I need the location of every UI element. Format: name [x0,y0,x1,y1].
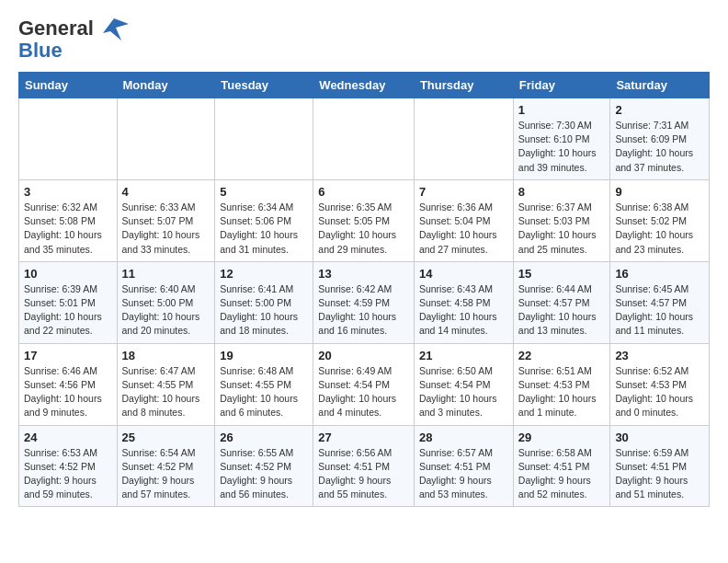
day-info: Sunrise: 6:47 AM Sunset: 4:55 PM Dayligh… [122,364,210,420]
calendar-cell: 30Sunrise: 6:59 AM Sunset: 4:51 PM Dayli… [610,425,710,507]
day-number: 12 [220,267,308,281]
calendar-cell: 16Sunrise: 6:45 AM Sunset: 4:57 PM Dayli… [610,261,710,343]
day-number: 15 [518,267,606,281]
day-number: 10 [24,267,112,281]
day-info: Sunrise: 6:54 AM Sunset: 4:52 PM Dayligh… [122,446,210,502]
calendar-cell: 18Sunrise: 6:47 AM Sunset: 4:55 PM Dayli… [117,343,215,425]
day-info: Sunrise: 6:42 AM Sunset: 4:59 PM Dayligh… [318,282,409,339]
day-number: 7 [419,185,508,199]
calendar-cell: 27Sunrise: 6:56 AM Sunset: 4:51 PM Dayli… [313,425,415,507]
calendar-cell: 25Sunrise: 6:54 AM Sunset: 4:52 PM Dayli… [117,425,215,507]
day-number: 26 [220,431,308,444]
day-number: 27 [318,431,409,444]
day-number: 6 [318,185,409,199]
calendar-cell: 21Sunrise: 6:50 AM Sunset: 4:54 PM Dayli… [414,343,513,425]
calendar-week-3: 17Sunrise: 6:46 AM Sunset: 4:56 PM Dayli… [19,343,710,425]
day-info: Sunrise: 7:31 AM Sunset: 6:09 PM Dayligh… [615,119,704,175]
weekday-header-sunday: Sunday [19,73,118,98]
day-number: 19 [220,349,308,362]
calendar-cell: 3Sunrise: 6:32 AM Sunset: 5:08 PM Daylig… [19,179,118,261]
day-number: 20 [318,349,409,362]
weekday-header-thursday: Thursday [414,73,513,98]
day-info: Sunrise: 6:37 AM Sunset: 5:03 PM Dayligh… [518,201,606,257]
calendar-week-0: 1Sunrise: 7:30 AM Sunset: 6:10 PM Daylig… [19,98,710,180]
calendar-cell: 22Sunrise: 6:51 AM Sunset: 4:53 PM Dayli… [513,343,610,425]
calendar-cell [414,98,513,180]
calendar-cell: 8Sunrise: 6:37 AM Sunset: 5:03 PM Daylig… [513,179,610,261]
day-number: 9 [615,185,704,199]
day-info: Sunrise: 6:53 AM Sunset: 4:52 PM Dayligh… [24,446,112,502]
day-info: Sunrise: 6:51 AM Sunset: 4:53 PM Dayligh… [518,364,606,420]
logo-blue: Blue [18,39,63,63]
day-info: Sunrise: 6:55 AM Sunset: 4:52 PM Dayligh… [220,446,308,502]
day-info: Sunrise: 6:57 AM Sunset: 4:51 PM Dayligh… [419,446,508,502]
day-info: Sunrise: 6:43 AM Sunset: 4:58 PM Dayligh… [419,282,508,339]
day-number: 3 [24,185,112,199]
day-number: 1 [518,103,606,117]
day-info: Sunrise: 6:44 AM Sunset: 4:57 PM Dayligh… [518,282,606,339]
day-number: 17 [24,349,112,362]
day-info: Sunrise: 6:48 AM Sunset: 4:55 PM Dayligh… [220,364,308,420]
day-info: Sunrise: 6:33 AM Sunset: 5:07 PM Dayligh… [122,201,210,257]
calendar-week-4: 24Sunrise: 6:53 AM Sunset: 4:52 PM Dayli… [19,425,710,507]
calendar-cell: 5Sunrise: 6:34 AM Sunset: 5:06 PM Daylig… [215,179,313,261]
calendar-cell: 9Sunrise: 6:38 AM Sunset: 5:02 PM Daylig… [610,179,710,261]
calendar-cell: 4Sunrise: 6:33 AM Sunset: 5:07 PM Daylig… [117,179,215,261]
calendar-cell: 6Sunrise: 6:35 AM Sunset: 5:05 PM Daylig… [313,179,415,261]
day-info: Sunrise: 6:58 AM Sunset: 4:51 PM Dayligh… [518,446,606,502]
day-info: Sunrise: 6:40 AM Sunset: 5:00 PM Dayligh… [122,282,210,339]
calendar-cell [313,98,415,180]
day-info: Sunrise: 6:41 AM Sunset: 5:00 PM Dayligh… [220,282,308,339]
day-info: Sunrise: 6:45 AM Sunset: 4:57 PM Dayligh… [615,282,704,339]
day-number: 29 [518,431,606,444]
calendar-cell [215,98,313,180]
calendar-cell: 1Sunrise: 7:30 AM Sunset: 6:10 PM Daylig… [513,98,610,180]
day-info: Sunrise: 6:59 AM Sunset: 4:51 PM Dayligh… [615,446,704,502]
calendar-week-1: 3Sunrise: 6:32 AM Sunset: 5:08 PM Daylig… [19,179,710,261]
day-number: 8 [518,185,606,199]
calendar-cell: 26Sunrise: 6:55 AM Sunset: 4:52 PM Dayli… [215,425,313,507]
day-info: Sunrise: 6:34 AM Sunset: 5:06 PM Dayligh… [220,201,308,257]
day-number: 22 [518,349,606,362]
calendar-cell: 14Sunrise: 6:43 AM Sunset: 4:58 PM Dayli… [414,261,513,343]
day-number: 25 [122,431,210,444]
calendar-cell: 20Sunrise: 6:49 AM Sunset: 4:54 PM Dayli… [313,343,415,425]
calendar-cell: 29Sunrise: 6:58 AM Sunset: 4:51 PM Dayli… [513,425,610,507]
day-info: Sunrise: 6:36 AM Sunset: 5:04 PM Dayligh… [419,201,508,257]
calendar-cell: 28Sunrise: 6:57 AM Sunset: 4:51 PM Dayli… [414,425,513,507]
page-container: General Blue SundayMondayTuesdayWednesda… [0,0,728,516]
day-info: Sunrise: 6:56 AM Sunset: 4:51 PM Dayligh… [318,446,409,502]
calendar-cell [19,98,118,180]
logo: General Blue [18,15,129,63]
day-number: 16 [615,267,704,281]
calendar-cell: 11Sunrise: 6:40 AM Sunset: 5:00 PM Dayli… [117,261,215,343]
day-info: Sunrise: 6:35 AM Sunset: 5:05 PM Dayligh… [318,201,409,257]
weekday-header-wednesday: Wednesday [313,73,415,98]
calendar-header-row: SundayMondayTuesdayWednesdayThursdayFrid… [19,73,710,98]
calendar-cell: 24Sunrise: 6:53 AM Sunset: 4:52 PM Dayli… [19,425,118,507]
logo-general: General [18,17,94,40]
calendar-cell: 19Sunrise: 6:48 AM Sunset: 4:55 PM Dayli… [215,343,313,425]
day-info: Sunrise: 6:52 AM Sunset: 4:53 PM Dayligh… [615,364,704,420]
day-number: 2 [615,103,704,117]
day-number: 5 [220,185,308,199]
day-number: 11 [122,267,210,281]
weekday-header-friday: Friday [513,73,610,98]
day-info: Sunrise: 6:39 AM Sunset: 5:01 PM Dayligh… [24,282,112,339]
header: General Blue [18,15,710,63]
day-info: Sunrise: 7:30 AM Sunset: 6:10 PM Dayligh… [518,119,606,175]
calendar-cell: 12Sunrise: 6:41 AM Sunset: 5:00 PM Dayli… [215,261,313,343]
weekday-header-saturday: Saturday [610,73,710,98]
day-number: 24 [24,431,112,444]
day-info: Sunrise: 6:46 AM Sunset: 4:56 PM Dayligh… [24,364,112,420]
day-number: 30 [615,431,704,444]
day-info: Sunrise: 6:49 AM Sunset: 4:54 PM Dayligh… [318,364,409,420]
day-info: Sunrise: 6:32 AM Sunset: 5:08 PM Dayligh… [24,201,112,257]
calendar-cell [117,98,215,180]
day-number: 23 [615,349,704,362]
logo-bird-icon [96,15,129,42]
calendar-cell: 13Sunrise: 6:42 AM Sunset: 4:59 PM Dayli… [313,261,415,343]
day-number: 21 [419,349,508,362]
day-number: 13 [318,267,409,281]
calendar-cell: 17Sunrise: 6:46 AM Sunset: 4:56 PM Dayli… [19,343,118,425]
